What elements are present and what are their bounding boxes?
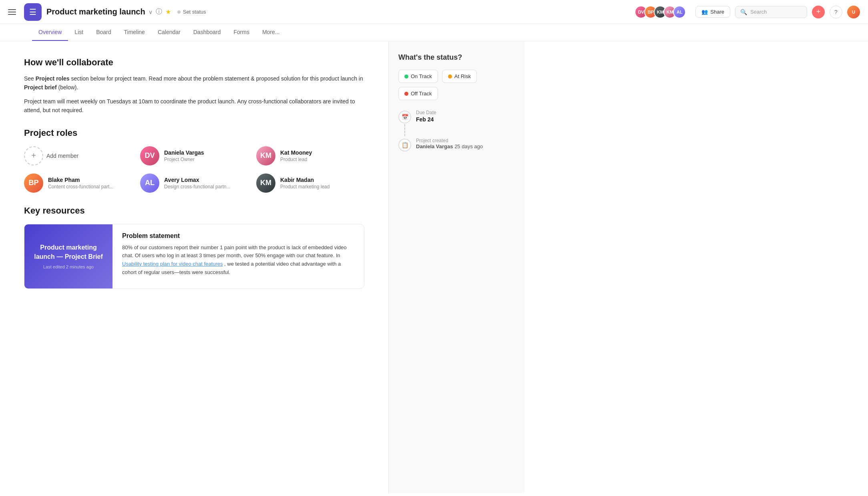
key-resources-heading: Key resources — [24, 206, 364, 216]
member-name: Avery Lomax — [164, 177, 230, 183]
key-resources-section: Key resources Product marketing launch —… — [24, 206, 364, 289]
project-created-icon: 📋 — [398, 139, 411, 151]
tab-dashboard[interactable]: Dashboard — [187, 24, 227, 41]
help-button[interactable]: ? — [830, 6, 842, 18]
status-on-track-button[interactable]: On Track — [398, 70, 438, 83]
star-icon[interactable]: ★ — [165, 8, 171, 16]
member-name: Daniela Vargas — [164, 149, 204, 156]
due-date-item: 📅 Due Date Feb 24 — [398, 110, 515, 123]
role-card-avery: AL Avery Lomax Design cross-functional p… — [140, 173, 248, 193]
tab-overview[interactable]: Overview — [32, 24, 68, 41]
menu-button[interactable] — [8, 6, 19, 18]
avatar: DV — [140, 146, 159, 165]
main-layout: How we'll collaborate See Project roles … — [0, 41, 868, 493]
role-card-kabir: KM Kabir Madan Product marketing lead — [256, 173, 364, 193]
info-icon[interactable]: ⓘ — [156, 8, 162, 16]
add-member-icon: + — [24, 146, 43, 165]
tab-timeline[interactable]: Timeline — [118, 24, 151, 41]
sidebar: What's the status? On Track At Risk Off … — [388, 41, 524, 493]
add-member-button[interactable]: + Add member — [24, 146, 132, 165]
collaborate-text-2: Project team will meet weekly on Tuesday… — [24, 97, 364, 115]
role-card-blake: BP Blake Pham Content cross-functional p… — [24, 173, 132, 193]
avatar: AL — [140, 173, 159, 193]
project-created-by: Daniela Vargas 25 days ago — [416, 143, 483, 149]
status-at-risk-button[interactable]: At Risk — [442, 70, 477, 83]
team-avatars[interactable]: DV BP KM KM AL — [635, 6, 686, 18]
sidebar-heading: What's the status? — [398, 53, 515, 62]
search-bar[interactable]: 🔍 Search — [735, 6, 807, 18]
status-buttons-group: On Track At Risk Off Track — [398, 70, 515, 100]
content-area: How we'll collaborate See Project roles … — [0, 41, 388, 493]
member-role: Product marketing lead — [280, 184, 330, 190]
project-title: Product marketing launch — [46, 7, 145, 16]
member-role: Design cross-functional partn... — [164, 184, 230, 190]
off-track-dot-icon — [404, 92, 408, 96]
member-role: Project Owner — [164, 157, 204, 162]
avatar: KM — [256, 173, 275, 193]
tab-forms[interactable]: Forms — [227, 24, 256, 41]
project-created-item: 📋 Project created Daniela Vargas 25 days… — [398, 138, 515, 151]
resource-heading: Problem statement — [122, 232, 354, 240]
app-icon: ☰ — [24, 3, 42, 21]
project-roles-heading: Project roles — [24, 128, 364, 138]
thumbnail-subtitle: Last edited 2 minutes ago — [43, 264, 94, 269]
thumbnail-title: Product marketing launch — Project Brief — [32, 243, 104, 261]
at-risk-dot-icon — [448, 75, 452, 79]
member-name: Blake Pham — [48, 177, 113, 183]
resource-text: 80% of our customers report their number… — [122, 244, 354, 277]
on-track-dot-icon — [404, 75, 408, 79]
collaborate-heading: How we'll collaborate — [24, 57, 364, 68]
nav-tabs: Overview List Board Timeline Calendar Da… — [0, 24, 868, 41]
member-role: Product lead — [280, 157, 312, 162]
tab-list[interactable]: List — [68, 24, 90, 41]
member-name: Kat Mooney — [280, 149, 312, 156]
user-avatar[interactable]: U — [847, 6, 860, 18]
role-card-kat: KM Kat Mooney Product lead — [256, 146, 364, 165]
chevron-down-icon[interactable]: ∨ — [149, 9, 153, 15]
project-title-area: Product marketing launch ∨ ⓘ ★ Set statu… — [46, 7, 209, 16]
status-off-track-button[interactable]: Off Track — [398, 87, 438, 100]
project-created-label: Project created — [416, 138, 483, 143]
add-button[interactable]: + — [812, 6, 825, 18]
resource-card[interactable]: Product marketing launch — Project Brief… — [24, 224, 364, 289]
collaborate-section: How we'll collaborate See Project roles … — [24, 57, 364, 115]
roles-grid: + Add member DV Daniela Vargas Project O… — [24, 146, 364, 193]
member-role: Content cross-functional part... — [48, 184, 113, 190]
project-roles-section: Project roles + Add member DV Daniela Va… — [24, 128, 364, 193]
set-status-button[interactable]: Set status — [174, 7, 209, 16]
collaborate-text-1: See Project roles section below for proj… — [24, 74, 364, 92]
header: ☰ Product marketing launch ∨ ⓘ ★ Set sta… — [0, 0, 868, 24]
member-name: Kabir Madan — [280, 177, 330, 183]
avatar[interactable]: AL — [673, 6, 686, 18]
calendar-icon: 📅 — [398, 111, 411, 123]
avatar: BP — [24, 173, 43, 193]
search-icon: 🔍 — [740, 9, 747, 15]
tab-board[interactable]: Board — [90, 24, 117, 41]
tab-calendar[interactable]: Calendar — [151, 24, 187, 41]
timeline-section: 📅 Due Date Feb 24 📋 Project created Dani… — [398, 110, 515, 151]
resource-thumbnail: Product marketing launch — Project Brief… — [24, 224, 113, 288]
share-button[interactable]: 👥 Share — [695, 6, 730, 18]
status-dot-icon — [177, 10, 181, 14]
resource-link[interactable]: Usability testing plan for video chat fe… — [122, 261, 223, 267]
tab-more[interactable]: More... — [256, 24, 286, 41]
role-card-daniela: DV Daniela Vargas Project Owner — [140, 146, 248, 165]
share-icon: 👥 — [701, 9, 708, 15]
due-date-label: Due Date — [416, 110, 436, 115]
avatar: KM — [256, 146, 275, 165]
resource-content: Problem statement 80% of our customers r… — [113, 224, 364, 288]
due-date-value: Feb 24 — [416, 116, 436, 123]
